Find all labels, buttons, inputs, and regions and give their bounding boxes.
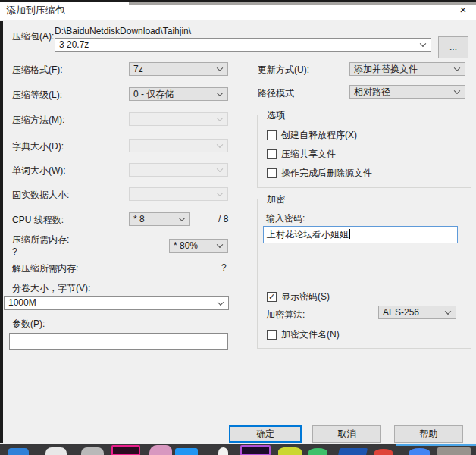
checkbox-show-password[interactable]: ✓ 显示密码(S) xyxy=(267,290,330,303)
checkbox-icon xyxy=(267,149,277,159)
checkbox-checked-icon: ✓ xyxy=(267,292,277,302)
dock xyxy=(0,444,476,455)
memory-compress-label: 压缩所需内存: xyxy=(12,234,69,246)
path-mode-combobox[interactable]: 相对路径 xyxy=(349,85,465,99)
memory-decompress-hint: ? xyxy=(221,262,227,273)
archive-label: 压缩包(A): xyxy=(12,30,54,43)
checkbox-icon xyxy=(267,330,277,340)
encryption-method-value: AES-256 xyxy=(383,307,419,318)
level-label: 压缩等级(L): xyxy=(12,89,62,102)
cancel-button[interactable]: 取消 xyxy=(312,425,381,443)
cpu-threads-value: * 8 xyxy=(133,214,145,224)
password-value: 上村花论坛看小姐姐 xyxy=(267,229,349,240)
help-button[interactable]: 帮助 xyxy=(394,425,463,443)
dock-icon-box[interactable] xyxy=(437,447,471,455)
volume-size-value: 1000M xyxy=(8,297,36,308)
archive-name-combobox[interactable]: 3 20.7z xyxy=(55,38,431,52)
encryption-method-label: 加密算法: xyxy=(266,309,305,322)
parameters-label: 参数(P): xyxy=(12,318,45,331)
method-combobox xyxy=(129,112,228,126)
format-combobox[interactable]: 7z xyxy=(129,62,228,76)
dock-icon-purple-window[interactable] xyxy=(240,445,271,455)
update-mode-value: 添加并替换文件 xyxy=(354,64,418,74)
chevron-down-icon xyxy=(454,65,460,71)
ok-button[interactable]: 确定 xyxy=(229,425,302,443)
archive-dir-path: D:\BaiduNetdiskDownload\Taihjin\ xyxy=(55,26,191,36)
checkbox-label: 操作完成后删除源文件 xyxy=(281,167,372,180)
options-group-title: 选项 xyxy=(264,109,288,122)
archive-name-value: 3 20.7z xyxy=(59,39,89,50)
chevron-down-icon xyxy=(218,299,224,305)
encryption-method-combobox[interactable]: AES-256 xyxy=(378,306,456,319)
chevron-down-icon xyxy=(217,65,223,71)
solid-size-label: 固实数据大小: xyxy=(12,189,69,202)
cpu-threads-combobox[interactable]: * 8 xyxy=(129,212,190,226)
checkbox-encrypt-filenames[interactable]: 加密文件名(N) xyxy=(267,328,340,341)
chevron-down-icon xyxy=(217,90,223,96)
password-input[interactable]: 上村花论坛看小姐姐 xyxy=(263,226,458,243)
format-label: 压缩格式(F): xyxy=(12,64,63,77)
top-edge xyxy=(0,0,476,2)
dock-icon-egg[interactable] xyxy=(218,447,228,455)
path-mode-label: 路径模式 xyxy=(258,87,294,100)
checkbox-icon xyxy=(267,130,277,140)
checkbox-icon xyxy=(267,168,277,178)
dock-icon-red-circle[interactable] xyxy=(374,449,393,455)
checkbox-label: 创建自释放程序(X) xyxy=(281,129,357,142)
update-mode-label: 更新方式(U): xyxy=(258,64,309,77)
path-mode-value: 相对路径 xyxy=(354,86,390,97)
level-combobox[interactable]: 0 - 仅存储 xyxy=(129,87,228,101)
checkbox-label: 加密文件名(N) xyxy=(281,328,340,341)
dock-icon-finder[interactable] xyxy=(8,448,29,455)
chevron-down-icon xyxy=(217,142,223,148)
checkbox-create-sfx[interactable]: 创建自释放程序(X) xyxy=(267,129,357,142)
chevron-down-icon xyxy=(420,41,426,47)
cpu-threads-max: / 8 xyxy=(218,214,228,224)
chevron-down-icon xyxy=(217,115,223,121)
checkbox-label: 显示密码(S) xyxy=(281,290,330,303)
volume-size-label: 分卷大小，字节(V): xyxy=(12,282,90,295)
checkbox-label: 压缩共享文件 xyxy=(281,148,336,161)
memory-compress-combobox[interactable]: * 80% xyxy=(169,239,228,253)
dock-icon-yellow-green[interactable] xyxy=(278,447,302,455)
password-label: 输入密码: xyxy=(266,212,305,225)
update-mode-combobox[interactable]: 添加并替换文件 xyxy=(349,62,465,76)
method-label: 压缩方法(M): xyxy=(12,114,64,127)
checkbox-delete-after[interactable]: 操作完成后删除源文件 xyxy=(267,167,372,180)
dialog-title: 添加到压缩包 xyxy=(6,4,65,17)
dock-icon-capsule[interactable] xyxy=(45,447,67,455)
dock-icon-blue-flag[interactable] xyxy=(338,448,368,455)
dock-icon-avatar[interactable] xyxy=(149,445,172,455)
chevron-down-icon xyxy=(217,190,223,196)
memory-decompress-label: 解压缩所需内存: xyxy=(12,262,78,275)
chevron-down-icon xyxy=(445,309,451,315)
word-size-combobox xyxy=(129,163,228,177)
memory-compress-hint: ? xyxy=(12,246,17,257)
cpu-threads-label: CPU 线程数: xyxy=(12,214,64,227)
volume-size-combobox[interactable]: 1000M xyxy=(4,296,229,310)
chevron-down-icon xyxy=(454,88,460,94)
format-value: 7z xyxy=(133,64,143,74)
chevron-down-icon xyxy=(179,215,185,221)
solid-size-combobox xyxy=(129,187,228,201)
browse-button[interactable]: ... xyxy=(438,36,468,58)
level-value: 0 - 仅存储 xyxy=(133,89,174,99)
chevron-down-icon xyxy=(217,242,223,248)
word-size-label: 单词大小(W): xyxy=(12,165,66,177)
encryption-group-title: 加密 xyxy=(264,193,288,206)
parameters-input[interactable] xyxy=(9,333,228,350)
dock-highlight-line xyxy=(396,444,476,446)
dock-icon-blue-bar[interactable] xyxy=(175,448,198,455)
left-edge xyxy=(0,21,3,443)
chevron-down-icon xyxy=(217,166,223,172)
dock-icon-gray-pill[interactable] xyxy=(81,447,104,455)
dict-size-combobox xyxy=(129,139,228,152)
checkbox-compress-shared[interactable]: 压缩共享文件 xyxy=(267,148,336,161)
memory-compress-value: * 80% xyxy=(174,240,198,251)
dock-icon-green-circle[interactable] xyxy=(308,448,327,455)
add-to-archive-dialog: 添加到压缩包 × 压缩包(A): D:\BaiduNetdiskDownload… xyxy=(0,0,476,455)
dock-icon-pink-window[interactable] xyxy=(111,445,140,455)
dict-size-label: 字典大小(D): xyxy=(12,140,64,153)
dock-icon-browser[interactable] xyxy=(409,448,430,455)
text-caret xyxy=(349,229,350,239)
